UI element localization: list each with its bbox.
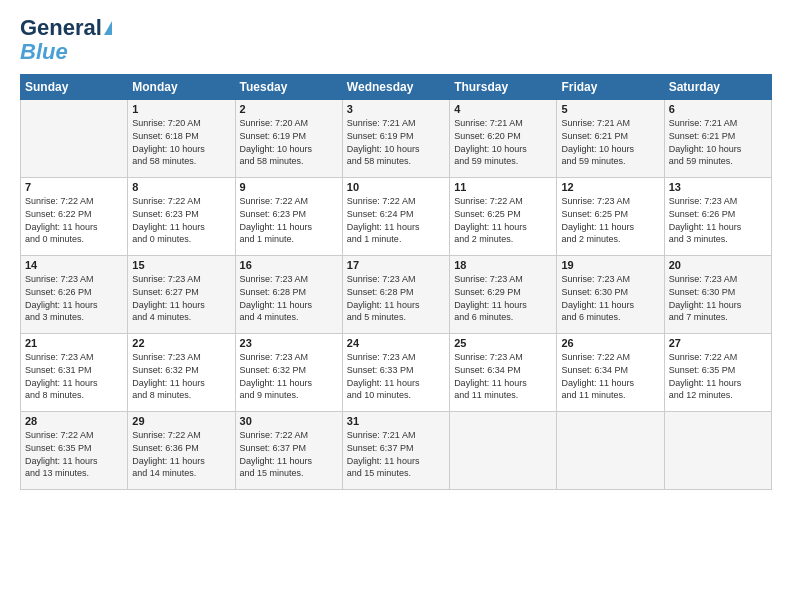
calendar-cell: 4Sunrise: 7:21 AM Sunset: 6:20 PM Daylig… <box>450 100 557 178</box>
day-info: Sunrise: 7:20 AM Sunset: 6:18 PM Dayligh… <box>132 117 230 167</box>
calendar-cell: 9Sunrise: 7:22 AM Sunset: 6:23 PM Daylig… <box>235 178 342 256</box>
day-info: Sunrise: 7:21 AM Sunset: 6:37 PM Dayligh… <box>347 429 445 479</box>
day-number: 4 <box>454 103 552 115</box>
day-info: Sunrise: 7:23 AM Sunset: 6:28 PM Dayligh… <box>240 273 338 323</box>
day-number: 19 <box>561 259 659 271</box>
day-number: 31 <box>347 415 445 427</box>
day-info: Sunrise: 7:22 AM Sunset: 6:23 PM Dayligh… <box>240 195 338 245</box>
calendar-cell: 13Sunrise: 7:23 AM Sunset: 6:26 PM Dayli… <box>664 178 771 256</box>
calendar-cell: 11Sunrise: 7:22 AM Sunset: 6:25 PM Dayli… <box>450 178 557 256</box>
calendar-cell: 14Sunrise: 7:23 AM Sunset: 6:26 PM Dayli… <box>21 256 128 334</box>
calendar-cell: 8Sunrise: 7:22 AM Sunset: 6:23 PM Daylig… <box>128 178 235 256</box>
day-info: Sunrise: 7:22 AM Sunset: 6:23 PM Dayligh… <box>132 195 230 245</box>
day-info: Sunrise: 7:22 AM Sunset: 6:36 PM Dayligh… <box>132 429 230 479</box>
day-info: Sunrise: 7:21 AM Sunset: 6:21 PM Dayligh… <box>561 117 659 167</box>
calendar-cell <box>450 412 557 490</box>
day-number: 7 <box>25 181 123 193</box>
day-number: 27 <box>669 337 767 349</box>
day-info: Sunrise: 7:23 AM Sunset: 6:34 PM Dayligh… <box>454 351 552 401</box>
day-info: Sunrise: 7:22 AM Sunset: 6:34 PM Dayligh… <box>561 351 659 401</box>
day-info: Sunrise: 7:22 AM Sunset: 6:37 PM Dayligh… <box>240 429 338 479</box>
day-info: Sunrise: 7:21 AM Sunset: 6:21 PM Dayligh… <box>669 117 767 167</box>
day-number: 2 <box>240 103 338 115</box>
calendar-cell: 6Sunrise: 7:21 AM Sunset: 6:21 PM Daylig… <box>664 100 771 178</box>
day-info: Sunrise: 7:23 AM Sunset: 6:30 PM Dayligh… <box>561 273 659 323</box>
weekday-header-saturday: Saturday <box>664 75 771 100</box>
calendar-cell <box>664 412 771 490</box>
calendar-cell: 23Sunrise: 7:23 AM Sunset: 6:32 PM Dayli… <box>235 334 342 412</box>
calendar-cell: 5Sunrise: 7:21 AM Sunset: 6:21 PM Daylig… <box>557 100 664 178</box>
calendar-cell: 7Sunrise: 7:22 AM Sunset: 6:22 PM Daylig… <box>21 178 128 256</box>
logo-text: General <box>20 16 112 40</box>
calendar-cell: 1Sunrise: 7:20 AM Sunset: 6:18 PM Daylig… <box>128 100 235 178</box>
day-number: 6 <box>669 103 767 115</box>
day-number: 15 <box>132 259 230 271</box>
day-info: Sunrise: 7:23 AM Sunset: 6:26 PM Dayligh… <box>25 273 123 323</box>
day-info: Sunrise: 7:20 AM Sunset: 6:19 PM Dayligh… <box>240 117 338 167</box>
day-info: Sunrise: 7:21 AM Sunset: 6:20 PM Dayligh… <box>454 117 552 167</box>
day-info: Sunrise: 7:23 AM Sunset: 6:29 PM Dayligh… <box>454 273 552 323</box>
calendar-cell: 28Sunrise: 7:22 AM Sunset: 6:35 PM Dayli… <box>21 412 128 490</box>
day-number: 23 <box>240 337 338 349</box>
calendar-cell: 18Sunrise: 7:23 AM Sunset: 6:29 PM Dayli… <box>450 256 557 334</box>
weekday-header-tuesday: Tuesday <box>235 75 342 100</box>
day-info: Sunrise: 7:22 AM Sunset: 6:25 PM Dayligh… <box>454 195 552 245</box>
weekday-header-thursday: Thursday <box>450 75 557 100</box>
calendar-cell: 12Sunrise: 7:23 AM Sunset: 6:25 PM Dayli… <box>557 178 664 256</box>
weekday-header-friday: Friday <box>557 75 664 100</box>
calendar-cell <box>21 100 128 178</box>
calendar-cell: 29Sunrise: 7:22 AM Sunset: 6:36 PM Dayli… <box>128 412 235 490</box>
day-number: 10 <box>347 181 445 193</box>
calendar-cell: 16Sunrise: 7:23 AM Sunset: 6:28 PM Dayli… <box>235 256 342 334</box>
weekday-header-wednesday: Wednesday <box>342 75 449 100</box>
day-number: 30 <box>240 415 338 427</box>
calendar-cell: 3Sunrise: 7:21 AM Sunset: 6:19 PM Daylig… <box>342 100 449 178</box>
day-number: 11 <box>454 181 552 193</box>
calendar-cell: 21Sunrise: 7:23 AM Sunset: 6:31 PM Dayli… <box>21 334 128 412</box>
calendar-cell: 24Sunrise: 7:23 AM Sunset: 6:33 PM Dayli… <box>342 334 449 412</box>
day-number: 25 <box>454 337 552 349</box>
day-info: Sunrise: 7:21 AM Sunset: 6:19 PM Dayligh… <box>347 117 445 167</box>
calendar-cell: 2Sunrise: 7:20 AM Sunset: 6:19 PM Daylig… <box>235 100 342 178</box>
day-number: 1 <box>132 103 230 115</box>
day-number: 16 <box>240 259 338 271</box>
day-number: 17 <box>347 259 445 271</box>
day-number: 8 <box>132 181 230 193</box>
weekday-header-monday: Monday <box>128 75 235 100</box>
day-info: Sunrise: 7:23 AM Sunset: 6:32 PM Dayligh… <box>132 351 230 401</box>
day-number: 29 <box>132 415 230 427</box>
calendar-cell: 10Sunrise: 7:22 AM Sunset: 6:24 PM Dayli… <box>342 178 449 256</box>
day-number: 20 <box>669 259 767 271</box>
day-info: Sunrise: 7:23 AM Sunset: 6:30 PM Dayligh… <box>669 273 767 323</box>
calendar-cell: 17Sunrise: 7:23 AM Sunset: 6:28 PM Dayli… <box>342 256 449 334</box>
day-number: 5 <box>561 103 659 115</box>
day-number: 18 <box>454 259 552 271</box>
day-number: 12 <box>561 181 659 193</box>
calendar-cell: 25Sunrise: 7:23 AM Sunset: 6:34 PM Dayli… <box>450 334 557 412</box>
weekday-header-sunday: Sunday <box>21 75 128 100</box>
day-info: Sunrise: 7:23 AM Sunset: 6:33 PM Dayligh… <box>347 351 445 401</box>
day-number: 13 <box>669 181 767 193</box>
calendar-table: SundayMondayTuesdayWednesdayThursdayFrid… <box>20 74 772 490</box>
calendar-cell: 20Sunrise: 7:23 AM Sunset: 6:30 PM Dayli… <box>664 256 771 334</box>
logo: General Blue <box>20 16 112 64</box>
day-number: 26 <box>561 337 659 349</box>
calendar-cell <box>557 412 664 490</box>
day-number: 9 <box>240 181 338 193</box>
day-info: Sunrise: 7:23 AM Sunset: 6:28 PM Dayligh… <box>347 273 445 323</box>
day-number: 22 <box>132 337 230 349</box>
calendar-cell: 26Sunrise: 7:22 AM Sunset: 6:34 PM Dayli… <box>557 334 664 412</box>
calendar-cell: 15Sunrise: 7:23 AM Sunset: 6:27 PM Dayli… <box>128 256 235 334</box>
calendar-cell: 22Sunrise: 7:23 AM Sunset: 6:32 PM Dayli… <box>128 334 235 412</box>
calendar-cell: 27Sunrise: 7:22 AM Sunset: 6:35 PM Dayli… <box>664 334 771 412</box>
day-number: 3 <box>347 103 445 115</box>
day-info: Sunrise: 7:22 AM Sunset: 6:35 PM Dayligh… <box>25 429 123 479</box>
day-info: Sunrise: 7:22 AM Sunset: 6:22 PM Dayligh… <box>25 195 123 245</box>
calendar-cell: 19Sunrise: 7:23 AM Sunset: 6:30 PM Dayli… <box>557 256 664 334</box>
day-info: Sunrise: 7:23 AM Sunset: 6:25 PM Dayligh… <box>561 195 659 245</box>
day-number: 24 <box>347 337 445 349</box>
logo-blue: Blue <box>20 39 68 64</box>
day-info: Sunrise: 7:22 AM Sunset: 6:24 PM Dayligh… <box>347 195 445 245</box>
day-number: 21 <box>25 337 123 349</box>
page-header: General Blue <box>20 16 772 64</box>
